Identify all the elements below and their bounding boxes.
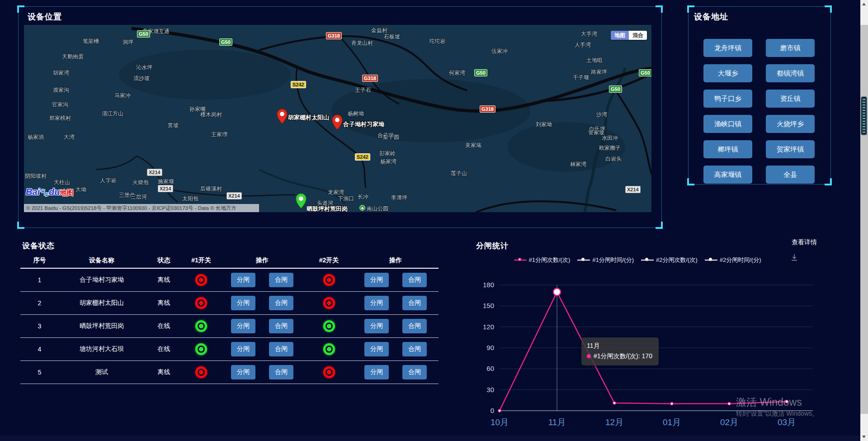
address-town-button[interactable]: 龙舟坪镇 bbox=[703, 39, 752, 57]
address-town-button[interactable]: 鸭子口乡 bbox=[703, 90, 752, 108]
map-type-map-button[interactable]: 地图 bbox=[611, 31, 629, 40]
legend-label: #1分闸时间/(分) bbox=[592, 256, 634, 264]
svg-text:03月: 03月 bbox=[778, 417, 796, 427]
map-marker-label: 合子坳村习家坳 bbox=[343, 120, 384, 128]
row-index: 4 bbox=[20, 346, 59, 353]
map-pin-icon[interactable] bbox=[295, 193, 307, 209]
map-place-label: 施家堰 bbox=[158, 178, 174, 185]
svg-text:02月: 02月 bbox=[720, 417, 738, 427]
map-place-label: 李潭坪 bbox=[391, 194, 407, 202]
legend-label: #2分闸时间/(分) bbox=[720, 256, 761, 264]
map-place-label: 大湾 bbox=[64, 133, 75, 141]
chart-tooltip: 11月 #1分闸次数/(次): 170 bbox=[581, 337, 659, 365]
map-place-label: 马家冲 bbox=[114, 92, 131, 100]
address-town-button[interactable]: 榔坪镇 bbox=[703, 140, 752, 158]
scrollbar-up-arrow[interactable] bbox=[862, 3, 866, 5]
switch2-close-button[interactable]: 合闸 bbox=[402, 296, 427, 310]
map-pin-icon[interactable] bbox=[276, 109, 288, 125]
switch1-open-button[interactable]: 分闸 bbox=[231, 319, 255, 333]
switch1-open-button[interactable]: 分闸 bbox=[231, 296, 255, 310]
map-place-label: 管家坡 bbox=[588, 129, 604, 137]
switch1-open-button[interactable]: 分闸 bbox=[231, 365, 255, 379]
switch1-close-button[interactable]: 合闸 bbox=[269, 365, 293, 379]
vertical-scrollbar[interactable] bbox=[860, 0, 868, 441]
switch1-close-button[interactable]: 合闸 bbox=[269, 342, 293, 356]
baidu-logo: Bai🐾du地图 bbox=[26, 187, 74, 197]
table-header-cell: 操作 bbox=[219, 256, 305, 265]
baidu-map[interactable]: 笔架槽洞坪高家塘互通天鹅抱蛋胡家湾渡家沟官家沟郑家榜村沁水坪流沙坡马家冲贯坡清江… bbox=[24, 25, 651, 212]
trip-stats-title: 分闸统计 bbox=[476, 241, 509, 251]
switch2-open-button[interactable]: 分闸 bbox=[364, 319, 389, 333]
switch1-close-button[interactable]: 合闸 bbox=[269, 296, 293, 310]
map-place-label: 欧家圈子 bbox=[599, 144, 621, 152]
switch2-close-button[interactable]: 合闸 bbox=[402, 342, 427, 356]
switch1-open-button[interactable]: 分闸 bbox=[231, 273, 255, 287]
legend-item[interactable]: #1分闸次数/(次) bbox=[514, 256, 571, 264]
map-type-hybrid-button[interactable]: 混合 bbox=[629, 31, 647, 40]
baidu-logo-du: du bbox=[49, 187, 60, 197]
switch2-close-button[interactable]: 合闸 bbox=[402, 365, 427, 379]
map-place-label: 吴家垴 bbox=[465, 142, 481, 149]
switch1-close-button[interactable]: 合闸 bbox=[269, 273, 293, 287]
address-town-button[interactable]: 资丘镇 bbox=[766, 90, 815, 108]
device-status-text: 在线 bbox=[145, 345, 183, 353]
legend-marker-icon bbox=[577, 257, 590, 263]
legend-item[interactable]: #2分闸次数/(次) bbox=[641, 256, 698, 264]
road-badge: G50 bbox=[137, 30, 150, 38]
switch1-close-button[interactable]: 合闸 bbox=[269, 319, 293, 333]
address-town-button[interactable]: 高家堰镇 bbox=[703, 166, 752, 184]
map-place-label: 沙湾 bbox=[596, 111, 607, 119]
corner-decoration bbox=[656, 5, 663, 13]
view-details-link[interactable]: 查看详情 bbox=[792, 238, 817, 247]
switch2-close-button[interactable]: 合闸 bbox=[402, 273, 427, 287]
switch1-open-button[interactable]: 分闸 bbox=[231, 342, 255, 356]
map-place-label: 刘家坳 bbox=[536, 121, 552, 128]
scrollbar-widget[interactable] bbox=[861, 96, 867, 135]
map-place-label: 下渔口 bbox=[338, 195, 354, 203]
row-index: 5 bbox=[20, 369, 59, 376]
address-town-button[interactable]: 贺家坪镇 bbox=[766, 140, 815, 158]
corner-decoration bbox=[825, 5, 832, 13]
address-town-button[interactable]: 全县 bbox=[766, 166, 815, 184]
map-place-label: 流沙坡 bbox=[133, 75, 150, 82]
map-place-label: 梨子园 bbox=[383, 133, 399, 141]
table-row: 2 胡家棚村太阳山 离线 分闸 合闸 分闸 合闸 bbox=[20, 292, 439, 315]
road-badge: S242 bbox=[355, 153, 370, 161]
map-place-label: 笔架槽 bbox=[83, 38, 99, 45]
table-row: 3 晒鼓坪村荒田岗 在线 分闸 合闸 分闸 合闸 bbox=[20, 315, 439, 338]
device-location-title: 设备位置 bbox=[28, 11, 62, 22]
address-town-button[interactable]: 磨市镇 bbox=[766, 39, 815, 57]
download-icon[interactable] bbox=[790, 253, 798, 261]
map-place-label: 三岔河 bbox=[131, 193, 147, 201]
legend-item[interactable]: #1分闸时间/(分) bbox=[577, 256, 634, 264]
map-place-label: 千子堰 bbox=[573, 74, 589, 81]
park-icon: ♣ bbox=[359, 205, 365, 211]
switch2-open-button[interactable]: 分闸 bbox=[364, 273, 389, 287]
road-badge: G318 bbox=[326, 32, 342, 39]
table-header-cell: 设备名称 bbox=[59, 256, 145, 265]
switch2-open-button[interactable]: 分闸 bbox=[364, 342, 389, 356]
legend-item[interactable]: #2分闸时间/(分) bbox=[705, 256, 761, 264]
map-place-label: 后碓溪村 bbox=[200, 185, 222, 193]
switch2-open-button[interactable]: 分闸 bbox=[364, 365, 389, 379]
switch2-close-button[interactable]: 合闸 bbox=[402, 319, 427, 333]
map-place-label: 石板坡 bbox=[384, 33, 400, 41]
map-place-label: 贯坡 bbox=[168, 122, 179, 129]
map-place-label: 杨家湾 bbox=[380, 158, 396, 166]
bottom-strip bbox=[0, 436, 860, 441]
address-town-button[interactable]: 火烧坪乡 bbox=[766, 115, 815, 133]
svg-text:12月: 12月 bbox=[605, 417, 623, 427]
map-pin-icon[interactable] bbox=[331, 114, 343, 131]
map-place-label: 阴阳坡村 bbox=[25, 172, 47, 180]
device-status-text: 在线 bbox=[145, 322, 183, 330]
map-place-label: 林家湾 bbox=[570, 161, 586, 168]
scrollbar-thumb[interactable] bbox=[860, 25, 868, 414]
address-town-button[interactable]: 渔峡口镇 bbox=[703, 115, 752, 133]
row-index: 2 bbox=[20, 299, 59, 307]
map-place-label: 人手湾 bbox=[575, 41, 591, 49]
address-town-button[interactable]: 都镇湾镇 bbox=[766, 64, 815, 82]
scrollbar-down-arrow[interactable] bbox=[862, 436, 866, 438]
address-town-button[interactable]: 大堰乡 bbox=[703, 64, 752, 82]
switch2-open-button[interactable]: 分闸 bbox=[364, 296, 389, 310]
legend-marker-icon bbox=[641, 257, 654, 263]
